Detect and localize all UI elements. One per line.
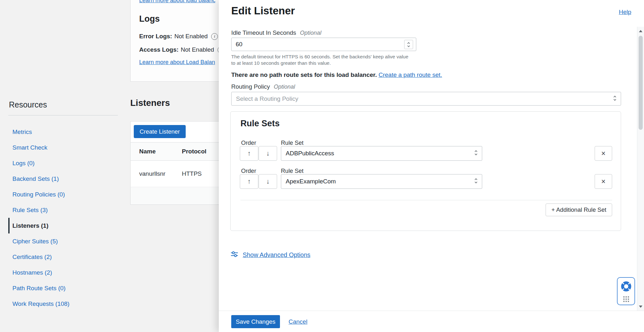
logs-heading: Logs [139,14,160,24]
rule-set-value: ADBPublicAccess [286,150,334,157]
panel-footer: Save Changes Cancel [219,311,644,332]
sidebar-item-smart-check[interactable]: Smart Check [8,140,124,155]
error-logs-label: Error Logs: [139,33,172,40]
page-title: Edit Listener [231,5,295,17]
routing-policy-optional: Optional [274,84,295,90]
create-listener-button[interactable]: Create Listener [134,125,186,138]
info-icon[interactable]: i [211,33,218,40]
sidebar-item-rule-sets[interactable]: Rule Sets (3) [8,202,124,218]
sidebar-item-backend-sets[interactable]: Backend Sets (1) [8,171,124,187]
access-logs-label: Access Logs: [139,46,179,53]
table-row: vanurllsnr HTTPS [131,161,226,187]
sidebar-item-metrics[interactable]: Metrics [8,124,124,140]
listener-name-cell: vanurllsnr [139,170,165,177]
rule-set-row: ↑ ↓ ApexExampleCom × [231,174,621,189]
idle-timeout-optional: Optional [300,30,321,36]
routing-policy-placeholder: Select a Routing Policy [236,95,298,102]
idle-timeout-input[interactable] [232,38,397,51]
sidebar-item-path-route-sets[interactable]: Path Route Sets (0) [8,280,124,296]
move-up-button[interactable]: ↑ [240,174,258,189]
learn-more-load-balancing-link-top[interactable]: Learn more about load balanc [139,0,215,4]
idle-timeout-label: Idle Timeout In SecondsOptional [231,29,321,36]
learn-more-load-balancing-link[interactable]: Learn more about Load Balan [139,59,215,66]
sidebar-item-work-requests[interactable]: Work Requests (108) [8,296,124,312]
scroll-down-icon[interactable] [637,303,644,310]
help-link[interactable]: Help [619,9,631,16]
edit-listener-panel: Edit Listener Help Idle Timeout In Secon… [219,0,644,332]
scrollbar[interactable] [637,27,644,311]
rule-sets-heading: Rule Sets [240,119,280,129]
rule-set-row: ↑ ↓ ADBPublicAccess × [231,146,621,161]
remove-rule-set-button[interactable]: × [595,146,612,161]
listeners-table-footer [131,188,226,204]
column-header-name: Name [139,148,156,155]
idle-timeout-help-text: The default timeout for HTTPS is 60 seco… [231,54,412,66]
listener-protocol-cell: HTTPS [182,170,202,177]
help-widget[interactable] [617,277,635,305]
sidebar-item-routing-policies[interactable]: Routing Policies (0) [8,187,124,202]
resources-list: Metrics Smart Check Logs (0) Backend Set… [8,124,124,312]
column-header-protocol: Protocol [182,148,206,155]
cancel-link[interactable]: Cancel [289,318,307,325]
sidebar-item-cipher-suites[interactable]: Cipher Suites (5) [8,233,124,249]
move-down-button[interactable]: ↓ [259,146,277,161]
routing-policy-label: Routing PolicyOptional [231,83,295,90]
create-path-route-set-link[interactable]: Create a path route set. [378,71,442,78]
access-logs-value: Not Enabled [181,46,214,53]
sliders-icon [230,250,239,260]
save-changes-button[interactable]: Save Changes [231,315,280,328]
error-logs-value: Not Enabled [174,33,208,40]
move-up-button[interactable]: ↑ [240,146,258,161]
resources-divider [8,115,118,115]
rule-sets-card: Rule Sets Order Rule Set ↑ ↓ ADBPublicAc… [230,111,621,231]
path-route-note-text: There are no path route sets for this lo… [231,71,377,78]
screen: Learn more about load balanc Logs Error … [0,0,644,332]
scroll-up-icon[interactable] [637,28,644,34]
rule-set-select[interactable]: ADBPublicAccess [281,146,482,161]
life-buoy-icon[interactable] [620,280,632,294]
advanced-options: Show Advanced Options [230,250,310,260]
sidebar-item-certificates[interactable]: Certificates (2) [8,249,124,265]
chevron-updown-icon [474,177,478,186]
path-route-note: There are no path route sets for this lo… [231,71,442,78]
chevron-updown-icon [613,95,617,103]
show-advanced-options-link[interactable]: Show Advanced Options [243,251,310,259]
routing-policy-select[interactable]: Select a Routing Policy [231,92,621,106]
rule-sets-divider [240,200,612,200]
listeners-heading: Listeners [130,98,170,108]
resources-heading: Resources [9,100,47,109]
number-stepper-icon[interactable] [404,40,413,49]
rule-set-value: ApexExampleCom [286,178,336,185]
sidebar-item-listeners[interactable]: Listeners (1) [8,218,124,233]
order-label: Order [241,139,256,146]
sidebar-item-hostnames[interactable]: Hostnames (2) [8,265,124,280]
idle-timeout-input-wrap [231,38,416,51]
rule-set-label: Rule Set [281,139,304,146]
order-label: Order [241,167,256,174]
listeners-table-header: Name Protocol [131,142,226,161]
scrollbar-thumb[interactable] [639,36,643,130]
error-logs-row: Error Logs: Not Enabled i [139,33,218,40]
rule-set-label: Rule Set [281,167,304,174]
rule-set-select[interactable]: ApexExampleCom [281,174,482,189]
access-logs-row: Access Logs: Not Enabled i [139,46,224,53]
chevron-updown-icon [474,149,478,158]
grid-dots-icon[interactable] [623,296,629,302]
logs-card [130,0,226,82]
move-down-button[interactable]: ↓ [259,174,277,189]
sidebar-item-logs[interactable]: Logs (0) [8,155,124,171]
remove-rule-set-button[interactable]: × [595,174,612,189]
additional-rule-set-button[interactable]: + Additional Rule Set [546,203,612,216]
